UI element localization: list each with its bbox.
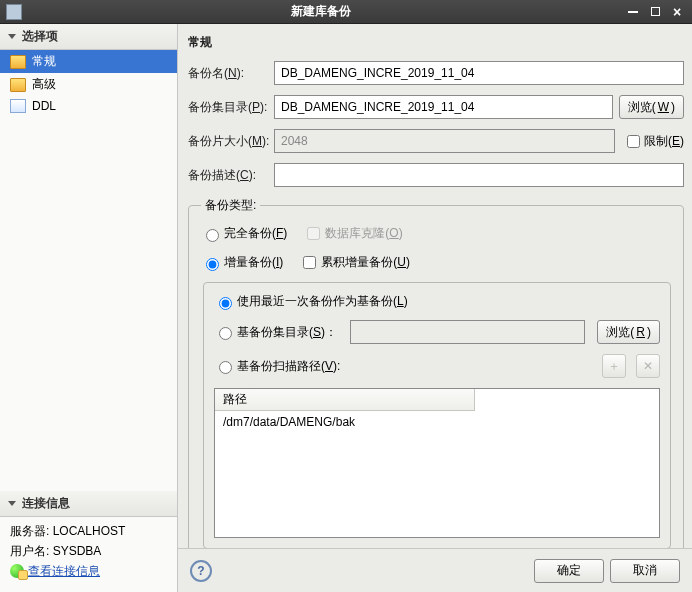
backup-type-group: 备份类型: 完全备份(F) 数据库克隆(O) 增量备份(I) <box>188 197 684 560</box>
titlebar: 新建库备份 × <box>0 0 692 24</box>
page-heading: 常规 <box>188 34 684 51</box>
db-clone-checkbox-label: 数据库克隆(O) <box>303 224 402 243</box>
piece-size-label: 备份片大小(M): <box>188 133 274 150</box>
base-dir-row: 基备份集目录(S)： 浏览(R) <box>214 320 660 344</box>
nav-item-advanced[interactable]: 高级 <box>0 73 177 96</box>
connection-icon <box>10 564 24 578</box>
full-backup-row: 完全备份(F) 数据库克隆(O) <box>201 224 673 243</box>
backup-name-row: 备份名(N): <box>188 61 684 85</box>
folder-icon <box>10 78 26 92</box>
server-row: 服务器: LOCALHOST <box>10 521 167 541</box>
ok-label: 确定 <box>557 562 581 579</box>
nav-item-label: DDL <box>32 99 56 113</box>
path-table[interactable]: 路径 /dm7/data/DAMENG/bak <box>214 388 660 538</box>
client-area: 选择项 常规 高级 DDL 连接信息 服务器: LO <box>0 24 692 592</box>
help-button[interactable]: ? <box>190 560 212 582</box>
nav-item-label: 常规 <box>32 53 56 70</box>
base-dir-radio[interactable] <box>219 327 232 340</box>
view-connection-label: 查看连接信息 <box>28 561 100 581</box>
collapse-icon <box>8 34 16 39</box>
close-icon: ✕ <box>643 359 653 373</box>
scan-path-radio-label[interactable]: 基备份扫描路径(V): <box>214 358 364 375</box>
path-column-header[interactable]: 路径 <box>215 389 475 411</box>
backup-name-input[interactable] <box>274 61 684 85</box>
backup-dir-label: 备份集目录(P): <box>188 99 274 116</box>
left-panel: 选择项 常规 高级 DDL 连接信息 服务器: LO <box>0 24 178 592</box>
desc-label: 备份描述(C): <box>188 167 274 184</box>
full-backup-radio[interactable] <box>206 229 219 242</box>
base-dir-radio-label[interactable]: 基备份集目录(S)： <box>214 324 344 341</box>
app-icon <box>6 4 22 20</box>
backup-dir-input[interactable] <box>274 95 613 119</box>
window-title: 新建库备份 <box>22 3 620 20</box>
nav-item-general[interactable]: 常规 <box>0 50 177 73</box>
user-value: SYSDBA <box>53 544 102 558</box>
server-value: LOCALHOST <box>53 524 126 538</box>
plus-icon: ＋ <box>608 358 620 375</box>
incre-backup-radio-label[interactable]: 增量备份(I) <box>201 254 283 271</box>
path-table-body: /dm7/data/DAMENG/bak <box>215 411 659 537</box>
remove-path-button[interactable]: ✕ <box>636 354 660 378</box>
incre-backup-row: 增量备份(I) 累积增量备份(U) <box>201 253 673 272</box>
ok-button[interactable]: 确定 <box>534 559 604 583</box>
backup-name-label: 备份名(N): <box>188 65 274 82</box>
nav-list: 常规 高级 DDL <box>0 50 177 116</box>
use-last-radio-label[interactable]: 使用最近一次备份作为基备份(L) <box>214 293 408 310</box>
backup-dir-row: 备份集目录(P): 浏览(W) <box>188 95 684 119</box>
main-panel: 常规 备份名(N): 备份集目录(P): 浏览(W) 备份片大小(M): <box>178 24 692 592</box>
doc-icon <box>10 99 26 113</box>
window-maximize-button[interactable] <box>646 5 664 19</box>
conn-section-header[interactable]: 连接信息 <box>0 491 177 517</box>
path-cell-value: /dm7/data/DAMENG/bak <box>223 415 355 429</box>
browse-base-dir-button[interactable]: 浏览(R) <box>597 320 660 344</box>
nav-item-label: 高级 <box>32 76 56 93</box>
user-row: 用户名: SYSDBA <box>10 541 167 561</box>
desc-input[interactable] <box>274 163 684 187</box>
incre-backup-radio[interactable] <box>206 258 219 271</box>
window-minimize-button[interactable] <box>624 5 642 19</box>
limit-checkbox-label[interactable]: 限制(E) <box>623 132 684 151</box>
piece-size-row: 备份片大小(M): 限制(E) <box>188 129 684 153</box>
db-clone-checkbox <box>307 227 320 240</box>
help-icon: ? <box>197 564 204 578</box>
cancel-button[interactable]: 取消 <box>610 559 680 583</box>
collapse-icon <box>8 501 16 506</box>
conn-section-label: 连接信息 <box>22 495 70 512</box>
browse-dir-button[interactable]: 浏览(W) <box>619 95 684 119</box>
base-backup-group: 使用最近一次备份作为基备份(L) 基备份集目录(S)： 浏览(R) <box>203 282 671 549</box>
select-section-header[interactable]: 选择项 <box>0 24 177 50</box>
base-dir-input <box>350 320 585 344</box>
use-last-row: 使用最近一次备份作为基备份(L) <box>214 293 660 310</box>
use-last-radio[interactable] <box>219 297 232 310</box>
nav-item-ddl[interactable]: DDL <box>0 96 177 116</box>
full-backup-radio-label[interactable]: 完全备份(F) <box>201 225 287 242</box>
path-column-label: 路径 <box>223 391 247 408</box>
cumulative-checkbox[interactable] <box>303 256 316 269</box>
scan-path-radio[interactable] <box>219 361 232 374</box>
window-close-button[interactable]: × <box>668 5 686 19</box>
cumulative-checkbox-label[interactable]: 累积增量备份(U) <box>299 253 410 272</box>
server-label: 服务器: <box>10 524 49 538</box>
piece-size-input <box>274 129 615 153</box>
add-path-button[interactable]: ＋ <box>602 354 626 378</box>
folder-icon <box>10 55 26 69</box>
dialog-footer: ? 确定 取消 <box>178 548 692 592</box>
scan-path-row: 基备份扫描路径(V): ＋ ✕ <box>214 354 660 378</box>
limit-text: 限制(E) <box>644 133 684 150</box>
cancel-label: 取消 <box>633 562 657 579</box>
connection-info: 服务器: LOCALHOST 用户名: SYSDBA 查看连接信息 <box>0 517 177 592</box>
limit-checkbox[interactable] <box>627 135 640 148</box>
backup-type-legend: 备份类型: <box>201 197 260 214</box>
user-label: 用户名: <box>10 544 49 558</box>
desc-row: 备份描述(C): <box>188 163 684 187</box>
view-connection-link[interactable]: 查看连接信息 <box>10 561 100 581</box>
table-row[interactable]: /dm7/data/DAMENG/bak <box>215 413 659 431</box>
select-section-label: 选择项 <box>22 28 58 45</box>
